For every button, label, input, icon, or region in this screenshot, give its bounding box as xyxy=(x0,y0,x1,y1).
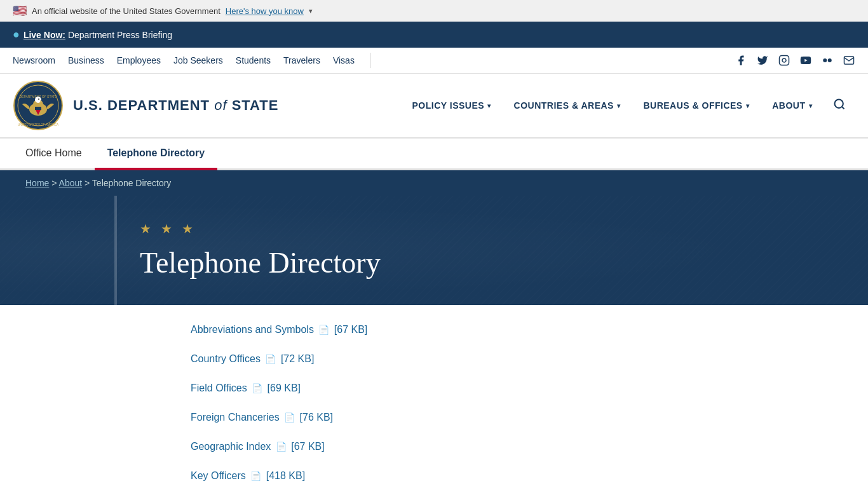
top-nav-links: Newsroom Business Employees Job Seekers … xyxy=(13,53,373,68)
svg-point-3 xyxy=(823,58,827,62)
top-nav: Newsroom Business Employees Job Seekers … xyxy=(0,48,868,74)
pdf-icon: 📄 xyxy=(265,354,276,364)
caret-icon: ▾ xyxy=(809,102,813,109)
breadcrumb-separator: > xyxy=(85,178,92,188)
youtube-icon[interactable] xyxy=(799,54,812,67)
link-foreign-chanceries[interactable]: Foreign Chanceries 📄 [76 KB] xyxy=(191,412,843,423)
social-icons xyxy=(735,54,855,67)
link-label: Key Officers xyxy=(191,470,248,481)
live-dot-icon: ● xyxy=(13,28,20,41)
breadcrumb-home[interactable]: Home xyxy=(25,178,49,188)
link-abbreviations[interactable]: Abbreviations and Symbols 📄 [67 KB] xyxy=(191,324,843,336)
nav-employees[interactable]: Employees xyxy=(117,55,161,65)
svg-point-12 xyxy=(38,98,39,100)
nav-bureaus-offices[interactable]: BUREAUS & OFFICES ▾ xyxy=(632,94,761,117)
live-now-label: Live Now: xyxy=(24,30,65,40)
pdf-icon: 📄 xyxy=(276,442,287,452)
nav-countries-areas[interactable]: COUNTRIES & AREAS ▾ xyxy=(503,94,632,117)
logo-area: DEPARTMENT OF STATE UNITED STATES OF AME… xyxy=(13,80,278,131)
main-nav: POLICY ISSUES ▾ COUNTRIES & AREAS ▾ BURE… xyxy=(400,92,855,120)
breadcrumb-section: Home > About > Telephone Directory xyxy=(0,170,868,196)
caret-icon: ▾ xyxy=(617,102,621,109)
page-title: Telephone Directory xyxy=(140,246,843,280)
twitter-icon[interactable] xyxy=(756,54,769,67)
breadcrumb-current: Telephone Directory xyxy=(92,178,172,188)
link-key-officers[interactable]: Key Officers 📄 [418 KB] xyxy=(191,470,843,482)
nav-students[interactable]: Students xyxy=(236,55,271,65)
site-header: DEPARTMENT OF STATE UNITED STATES OF AME… xyxy=(0,74,868,139)
live-bar: ● Live Now: Department Press Briefing xyxy=(0,22,868,48)
email-icon[interactable] xyxy=(843,54,855,67)
flickr-icon[interactable] xyxy=(821,54,834,67)
tab-telephone-directory[interactable]: Telephone Directory xyxy=(95,139,218,170)
nav-travelers[interactable]: Travelers xyxy=(283,55,320,65)
link-label: Foreign Chanceries xyxy=(191,412,282,423)
link-field-offices[interactable]: Field Offices 📄 [69 KB] xyxy=(191,383,843,394)
content-area: Abbreviations and Symbols 📄 [67 KB] Coun… xyxy=(0,305,868,488)
breadcrumb-separator: > xyxy=(51,178,58,188)
link-label: Field Offices xyxy=(191,383,250,393)
pdf-icon: 📄 xyxy=(250,471,261,481)
file-size: [76 KB] xyxy=(300,412,333,423)
svg-point-11 xyxy=(35,97,41,103)
search-button[interactable] xyxy=(824,92,855,120)
breadcrumb-about[interactable]: About xyxy=(59,178,83,188)
pdf-icon: 📄 xyxy=(318,325,329,335)
link-geographic-index[interactable]: Geographic Index 📄 [67 KB] xyxy=(191,441,843,452)
instagram-icon[interactable] xyxy=(778,54,790,67)
breadcrumb: Home > About > Telephone Directory xyxy=(25,178,843,188)
hero-section: ★ ★ ★ Telephone Directory xyxy=(0,196,868,305)
pdf-icon: 📄 xyxy=(284,412,295,423)
svg-point-14 xyxy=(835,99,843,107)
facebook-icon[interactable] xyxy=(735,54,747,67)
file-size: [67 KB] xyxy=(291,441,324,452)
hero-stars: ★ ★ ★ xyxy=(140,221,843,236)
nav-business[interactable]: Business xyxy=(68,55,104,65)
link-country-offices[interactable]: Country Offices 📄 [72 KB] xyxy=(191,353,843,365)
pdf-icon: 📄 xyxy=(252,383,262,393)
how-you-know-link[interactable]: Here's how you know xyxy=(226,6,304,16)
nav-job-seekers[interactable]: Job Seekers xyxy=(173,55,223,65)
tab-office-home[interactable]: Office Home xyxy=(13,139,95,168)
dept-name: U.S. DEPARTMENT of STATE xyxy=(73,97,278,114)
svg-point-4 xyxy=(828,58,832,62)
chevron-down-icon: ▾ xyxy=(309,7,313,15)
caret-icon: ▾ xyxy=(746,102,750,109)
file-size: [72 KB] xyxy=(281,353,314,364)
svg-text:UNITED STATES OF AMERICA: UNITED STATES OF AMERICA xyxy=(18,123,58,126)
nav-visas[interactable]: Visas xyxy=(333,55,355,65)
nav-newsroom[interactable]: Newsroom xyxy=(13,55,55,65)
nav-about[interactable]: ABOUT ▾ xyxy=(761,94,824,117)
gov-banner: 🇺🇸 An official website of the United Sta… xyxy=(0,0,868,22)
dept-seal: DEPARTMENT OF STATE UNITED STATES OF AME… xyxy=(13,80,64,131)
svg-rect-0 xyxy=(780,56,789,65)
live-bar-link[interactable]: Live Now: Department Press Briefing xyxy=(24,30,172,40)
gov-banner-text: An official website of the United States… xyxy=(32,6,220,16)
office-tabs: Office Home Telephone Directory xyxy=(0,139,868,170)
svg-line-15 xyxy=(842,106,844,109)
nav-divider xyxy=(370,53,370,68)
live-bar-event-text: Department Press Briefing xyxy=(68,30,172,40)
us-flag-icon: 🇺🇸 xyxy=(13,4,27,18)
file-size: [418 KB] xyxy=(266,470,305,481)
caret-icon: ▾ xyxy=(487,102,491,109)
file-size: [69 KB] xyxy=(268,383,301,393)
nav-policy-issues[interactable]: POLICY ISSUES ▾ xyxy=(400,94,502,117)
svg-rect-13 xyxy=(35,107,41,110)
link-label: Country Offices xyxy=(191,353,263,364)
file-size: [67 KB] xyxy=(334,324,367,335)
link-label: Geographic Index xyxy=(191,441,274,452)
link-label: Abbreviations and Symbols xyxy=(191,324,316,335)
